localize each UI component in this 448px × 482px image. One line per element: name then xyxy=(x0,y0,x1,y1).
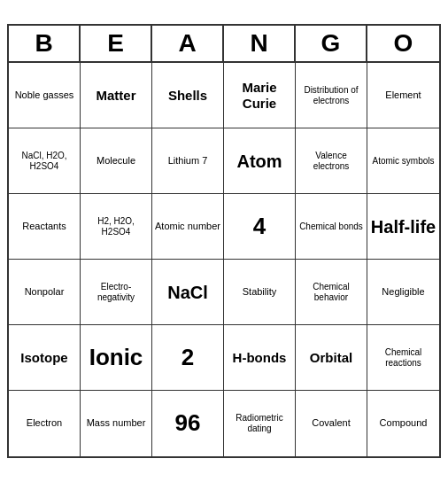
cell-23: Negligible xyxy=(367,260,439,325)
cell-12: Reactants xyxy=(9,194,81,260)
cell-29: Chemical reactions xyxy=(367,325,439,391)
bingo-card: BEANGO Noble gassesMatterShellsMarie Cur… xyxy=(7,24,441,458)
cell-3: Marie Curie xyxy=(224,63,296,128)
cell-25: Ionic xyxy=(81,325,152,391)
cell-34: Covalent xyxy=(296,391,367,456)
header-letter-N: N xyxy=(224,26,296,61)
cell-16: Chemical bonds xyxy=(296,194,367,260)
cell-1: Matter xyxy=(81,63,152,128)
cell-22: Chemical behavior xyxy=(296,260,367,325)
cell-21: Stability xyxy=(224,260,296,325)
cell-27: H-bonds xyxy=(224,325,296,391)
cell-33: Radiometric dating xyxy=(224,391,296,456)
header-letter-G: G xyxy=(296,26,367,61)
cell-13: H2, H2O, H2SO4 xyxy=(81,194,152,260)
cell-17: Half-life xyxy=(367,194,439,260)
cell-24: Isotope xyxy=(9,325,81,391)
bingo-grid: Noble gassesMatterShellsMarie CurieDistr… xyxy=(9,63,439,456)
cell-11: Atomic symbols xyxy=(367,128,439,194)
cell-2: Shells xyxy=(152,63,224,128)
cell-0: Noble gasses xyxy=(9,63,81,128)
cell-5: Element xyxy=(367,63,439,128)
cell-14: Atomic number xyxy=(152,194,224,260)
cell-8: Lithium 7 xyxy=(152,128,224,194)
cell-35: Compound xyxy=(367,391,439,456)
cell-32: 96 xyxy=(152,391,224,456)
cell-26: 2 xyxy=(152,325,224,391)
cell-19: Electro-negativity xyxy=(81,260,152,325)
cell-28: Orbital xyxy=(296,325,367,391)
cell-7: Molecule xyxy=(81,128,152,194)
header-letter-E: E xyxy=(81,26,152,61)
cell-6: NaCl, H2O, H2SO4 xyxy=(9,128,81,194)
cell-10: Valence electrons xyxy=(296,128,367,194)
cell-9: Atom xyxy=(224,128,296,194)
cell-15: 4 xyxy=(224,194,296,260)
header-letter-A: A xyxy=(152,26,224,61)
cell-4: Distribution of electrons xyxy=(296,63,367,128)
cell-31: Mass number xyxy=(81,391,152,456)
header-letter-O: O xyxy=(367,26,439,61)
cell-18: Nonpolar xyxy=(9,260,81,325)
bingo-header: BEANGO xyxy=(9,26,439,63)
header-letter-B: B xyxy=(9,26,81,61)
cell-20: NaCl xyxy=(152,260,224,325)
cell-30: Electron xyxy=(9,391,81,456)
